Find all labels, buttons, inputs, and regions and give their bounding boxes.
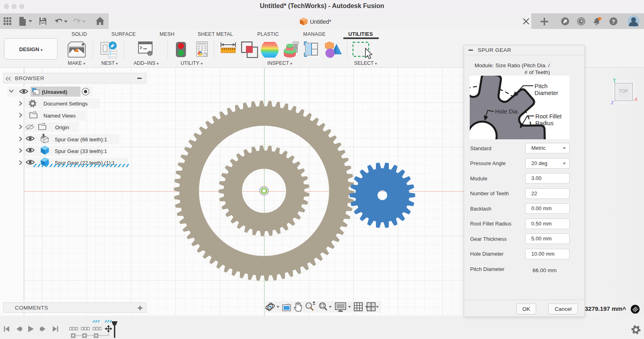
svg-text:Radius: Radius xyxy=(535,120,553,126)
svg-text:Root Fillet: Root Fillet xyxy=(535,113,561,120)
svg-text:Pitch: Pitch xyxy=(535,83,547,89)
svg-text:Z: Z xyxy=(611,100,614,105)
svg-text:Hole Dia.: Hole Dia. xyxy=(495,108,519,115)
svg-text:Diameter: Diameter xyxy=(535,90,558,96)
svg-text:?: ? xyxy=(612,19,615,25)
svg-text:-X: -X xyxy=(633,97,638,102)
